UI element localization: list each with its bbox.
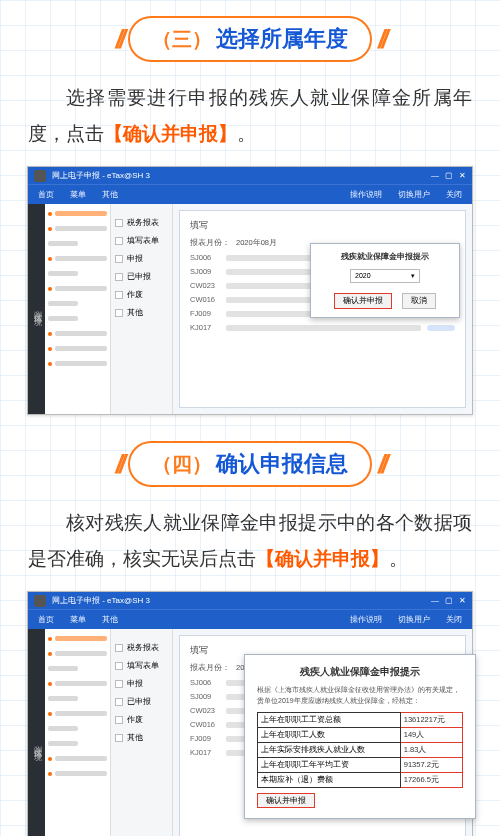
cell-label: 本期应补（退）费额 — [258, 773, 401, 788]
cell-label: 上年在职职工工资总额 — [258, 713, 401, 728]
ribbon-home[interactable]: 首页 — [38, 189, 54, 200]
ribbon-link-b[interactable]: 切换用户 — [398, 189, 430, 200]
year-select-value: 2020 — [355, 272, 371, 279]
side-strip-label: 测试环境 — [28, 629, 45, 836]
table-row: 上年在职职工人数149人 — [258, 728, 463, 743]
window-titlebar: 网上电子申报 - eTax@SH 3 — ▢ ✕ — [28, 167, 472, 184]
row-code: KJ017 — [190, 748, 220, 757]
cell-value: 13612217元 — [400, 713, 462, 728]
tree2-item[interactable]: 作废 — [127, 289, 143, 300]
ribbon-menu[interactable]: 菜单 — [70, 189, 86, 200]
section-3-body: 选择需要进行申报的残疾人就业保障金所属年度，点击【确认并申报】。 — [0, 80, 500, 166]
left-tree — [45, 629, 111, 836]
slash-decor-left: // — [116, 24, 122, 55]
confirm-declare-button[interactable]: 确认并申报 — [334, 293, 392, 309]
row-code: CW023 — [190, 281, 220, 290]
app-logo — [34, 170, 46, 182]
ribbon-link-a[interactable]: 操作说明 — [350, 189, 382, 200]
section-3-highlight: 【确认并申报】 — [104, 123, 237, 144]
ribbon-menu[interactable]: 菜单 — [70, 614, 86, 625]
data-table: 上年在职职工工资总额13612217元 上年在职职工人数149人 上年实际安排残… — [257, 712, 463, 788]
tree2-item[interactable]: 其他 — [127, 307, 143, 318]
row-code: CW016 — [190, 720, 220, 729]
section-4-header: // （四） 确认申报信息 // — [0, 441, 500, 487]
tree2-item[interactable]: 税务报表 — [127, 217, 159, 228]
slash-decor-right: // — [378, 24, 384, 55]
period-value: 2020年08月 — [236, 238, 277, 248]
main-area: 填写 报表月份： 2020年08月 SJ006 SJ009 CW023 CW01… — [173, 204, 472, 414]
row-code: SJ009 — [190, 692, 220, 701]
tree2-item[interactable]: 已申报 — [127, 696, 151, 707]
ribbon-home[interactable]: 首页 — [38, 614, 54, 625]
section-4-num: （四） — [152, 451, 212, 478]
row-code: KJ017 — [190, 323, 220, 332]
tree2-item[interactable]: 已申报 — [127, 271, 151, 282]
slash-decor-right: // — [378, 449, 384, 480]
dialog2-legal: 根据《上海市残疾人就业保障金征收使用管理办法》的有关规定，贵单位2019年度应缴… — [257, 685, 463, 706]
confirm-declare-button[interactable]: 确认并申报 — [257, 793, 315, 808]
table-row: 上年在职职工工资总额13612217元 — [258, 713, 463, 728]
header-pill-3: （三） 选择所属年度 — [128, 16, 372, 62]
table-row: 上年在职职工年平均工资91357.2元 — [258, 758, 463, 773]
row-code: SJ006 — [190, 678, 220, 687]
section-3-body-post: 。 — [237, 123, 256, 144]
tree2-item[interactable]: 填写表单 — [127, 660, 159, 671]
cell-value: 91357.2元 — [400, 758, 462, 773]
titlebar-close-icon[interactable]: ✕ — [459, 596, 466, 605]
year-select-dialog: 残疾就业保障金申报提示 2020 ▾ 确认并申报 取消 — [310, 243, 460, 317]
secondary-tree: 税务报表 填写表单 申报 已申报 作废 其他 — [111, 204, 173, 414]
cell-label: 上年实际安排残疾人就业人数 — [258, 743, 401, 758]
tree2-item[interactable]: 申报 — [127, 253, 143, 264]
section-4-highlight: 【确认并申报】 — [256, 548, 389, 569]
row-code: FJ009 — [190, 734, 220, 743]
header-pill-4: （四） 确认申报信息 — [128, 441, 372, 487]
period-label: 报表月份： — [190, 238, 230, 248]
cell-value: 1.83人 — [400, 743, 462, 758]
section-3-header: // （三） 选择所属年度 // — [0, 16, 500, 62]
row-code: SJ009 — [190, 267, 220, 276]
titlebar-min-icon[interactable]: — — [431, 171, 439, 180]
dialog2-title: 残疾人就业保障金申报提示 — [257, 665, 463, 679]
panel-title: 填写 — [190, 219, 455, 232]
fill-panel: 填写 报表月份： 2020年08月 SJ006 SJ009 CW023 CW01… — [179, 635, 466, 836]
ribbon: 首页 菜单 其他 操作说明 切换用户 关闭 — [28, 609, 472, 629]
slash-decor-left: // — [116, 449, 122, 480]
section-4-title: 确认申报信息 — [216, 449, 348, 479]
tree2-item[interactable]: 其他 — [127, 732, 143, 743]
side-strip-label: 测试环境 — [28, 204, 45, 414]
section-3-title: 选择所属年度 — [216, 24, 348, 54]
ribbon-link-a[interactable]: 操作说明 — [350, 614, 382, 625]
cell-value: 149人 — [400, 728, 462, 743]
fill-panel: 填写 报表月份： 2020年08月 SJ006 SJ009 CW023 CW01… — [179, 210, 466, 408]
row-code: FJ009 — [190, 309, 220, 318]
row-code: CW016 — [190, 295, 220, 304]
cancel-button[interactable]: 取消 — [402, 293, 436, 309]
row-code: SJ006 — [190, 253, 220, 262]
titlebar-max-icon[interactable]: ▢ — [445, 171, 453, 180]
section-3-num: （三） — [152, 26, 212, 53]
ribbon-link-c[interactable]: 关闭 — [446, 614, 462, 625]
left-tree — [45, 204, 111, 414]
period-label: 报表月份： — [190, 663, 230, 673]
section-4-body: 核对残疾人就业保障金申报提示中的各个数据项是否准确，核实无误后点击【确认并申报】… — [0, 505, 500, 591]
screenshot-2: 网上电子申报 - eTax@SH 3 — ▢ ✕ 首页 菜单 其他 操作说明 切… — [27, 591, 473, 836]
ribbon-other[interactable]: 其他 — [102, 614, 118, 625]
titlebar-min-icon[interactable]: — — [431, 596, 439, 605]
titlebar-close-icon[interactable]: ✕ — [459, 171, 466, 180]
cell-label: 上年在职职工人数 — [258, 728, 401, 743]
tree2-item[interactable]: 作废 — [127, 714, 143, 725]
ribbon: 首页 菜单 其他 操作说明 切换用户 关闭 — [28, 184, 472, 204]
tree2-item[interactable]: 申报 — [127, 678, 143, 689]
app-title: 网上电子申报 - eTax@SH 3 — [52, 595, 150, 606]
year-select[interactable]: 2020 ▾ — [350, 269, 420, 283]
window-titlebar: 网上电子申报 - eTax@SH 3 — ▢ ✕ — [28, 592, 472, 609]
tree2-item[interactable]: 填写表单 — [127, 235, 159, 246]
app-title: 网上电子申报 - eTax@SH 3 — [52, 170, 150, 181]
chevron-down-icon: ▾ — [411, 272, 415, 280]
ribbon-link-c[interactable]: 关闭 — [446, 189, 462, 200]
tree2-item[interactable]: 税务报表 — [127, 642, 159, 653]
titlebar-max-icon[interactable]: ▢ — [445, 596, 453, 605]
table-row: 本期应补（退）费额17266.5元 — [258, 773, 463, 788]
ribbon-other[interactable]: 其他 — [102, 189, 118, 200]
ribbon-link-b[interactable]: 切换用户 — [398, 614, 430, 625]
